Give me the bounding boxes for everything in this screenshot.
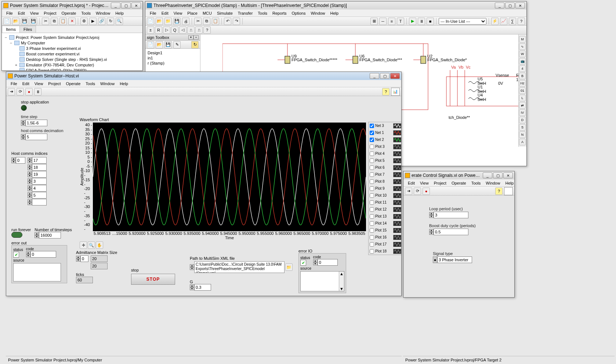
menu-help[interactable]: Help [503,180,516,186]
place-wire-icon[interactable]: ─ [379,18,387,25]
legend-item[interactable]: Plot 18 [369,248,401,255]
new-design-icon[interactable]: 📄 [147,41,154,48]
place-text-icon[interactable]: T [397,18,404,25]
menu-file[interactable]: File [4,10,15,16]
menu-tools[interactable]: Tools [79,10,93,16]
grapher-icon[interactable]: 📈 [500,18,507,25]
host-comms-decimation-input[interactable]: ▲▼ [21,134,76,140]
browse-icon[interactable]: 📁 [285,263,293,271]
menu-operate[interactable]: Operate [449,180,468,186]
tree-item[interactable]: −My Computer [4,40,140,46]
postproc-icon[interactable]: ∑ [509,18,516,25]
save-design-icon[interactable]: 💾 [164,41,172,48]
maximize-button[interactable]: ▢ [121,3,131,8]
close-button[interactable]: ✕ [515,3,525,8]
menu-project[interactable]: Project [41,10,58,16]
refresh-design-icon[interactable]: ↻ [191,41,199,48]
help-icon[interactable]: ? [495,188,503,195]
num-timesteps-input[interactable]: ▲▼ [35,232,72,239]
tab-files[interactable]: Files [19,26,36,33]
titlebar[interactable]: Power System Simulator--Host.vi _ ▢ ✕ [6,72,401,80]
legend-item[interactable]: Plot 3 [369,143,401,150]
titlebar[interactable]: ThreePhaseInverter_SPICEmodel (Stamp) - … [145,1,526,10]
plot-legend[interactable]: Net 3Net 1Net 2Plot 3Plot 4Plot 5Plot 6P… [368,122,401,255]
index-cell[interactable]: ▲▼ [28,171,47,178]
misc-icon[interactable]: ? [203,26,211,34]
cursor-icon[interactable]: ✛ [80,241,87,249]
build-icon[interactable]: ⚙ [80,18,88,25]
design-item[interactable]: in1 [147,55,199,61]
run-forever-toggle[interactable] [11,232,22,238]
design-item[interactable]: r (Stamp) [147,61,199,66]
source-icon[interactable]: ± [147,26,154,34]
menu-file[interactable]: File [148,10,159,16]
tab-items[interactable]: Items [2,26,20,33]
tree-item[interactable]: Desktop Solver (Single step - RHS Simple… [4,57,140,62]
save-all-icon[interactable]: 💾 [30,18,37,25]
menu-window[interactable]: Window [483,180,502,186]
run-icon[interactable]: ▶ [409,18,416,25]
menu-tools[interactable]: Tools [469,180,483,186]
print-icon[interactable]: 🖨 [182,18,189,25]
menu-project[interactable]: Project [432,180,449,186]
wattmeter-icon[interactable]: W [519,51,526,57]
find-icon[interactable]: 🔍 [116,18,123,25]
path-input[interactable]: C:\Users\Public\Doc...\Circuit Design Su… [194,261,285,273]
index-cell[interactable]: ▲▼ [28,157,47,164]
scope-icon[interactable]: 📺 [519,58,526,65]
cmos-icon[interactable]: ⎍ [195,26,203,34]
legend-item[interactable]: Plot 6 [369,164,401,171]
stop-icon[interactable]: ■ [427,18,434,25]
stop-application-led[interactable] [21,105,27,111]
g-input[interactable]: ▲▼ [190,284,293,291]
menu-edit[interactable]: Edit [159,10,171,16]
menu-help[interactable]: Help [117,81,130,87]
menu-view[interactable]: View [171,10,185,16]
cut-icon[interactable]: ✂ [194,18,202,25]
spec-icon[interactable]: S [519,124,526,131]
close-button[interactable]: ✕ [390,73,400,79]
menu-operate[interactable]: Operate [59,10,79,16]
freq-icon[interactable]: Hz [519,80,526,87]
menu-edit[interactable]: Edit [20,81,32,87]
menu-edit[interactable]: Edit [16,10,27,16]
run-icon[interactable]: ➔ [8,88,15,95]
paste-icon[interactable]: 📋 [212,18,219,25]
menu-file[interactable]: File [8,81,19,87]
save-icon[interactable]: 💾 [21,18,28,25]
maximize-button[interactable]: ▢ [493,172,503,178]
undo-icon[interactable]: ↶ [224,18,231,25]
logic-conv-icon[interactable]: ⇄ [519,102,526,109]
save-icon[interactable]: 💾 [173,18,181,25]
4ch-scope-icon[interactable]: 4 [519,65,526,72]
project-tree[interactable]: −Project: Power System Simulator Project… [2,33,142,70]
menu-window[interactable]: Window [308,10,327,16]
open-sample-icon[interactable]: 📁 [164,18,172,25]
admittance-outer-index[interactable]: ▲▼ [76,255,88,262]
legend-item[interactable]: Plot 4 [369,150,401,157]
legend-item[interactable]: Net 3 [369,122,401,129]
menu-transfer[interactable]: Transfer [236,10,255,16]
redo-icon[interactable]: ↷ [233,18,240,25]
legend-item[interactable]: Plot 13 [369,213,401,220]
place-component-icon[interactable]: ⊞ [370,18,378,25]
legend-item[interactable]: Plot 11 [369,199,401,206]
menu-window[interactable]: Window [94,10,112,16]
multimeter-icon[interactable]: M [519,36,526,43]
menu-help[interactable]: Help [113,10,126,16]
zoom-icon[interactable]: 🔍 [88,241,95,249]
tree-item[interactable]: +Emulator (PXI-7854R, Dev Computer) [4,62,140,68]
legend-item[interactable]: Plot 8 [369,178,401,185]
diode-icon[interactable]: ▷ [163,26,170,34]
basic-icon[interactable]: R [155,26,162,34]
legend-item[interactable]: Plot 7 [369,171,401,178]
legend-item[interactable]: Net 1 [369,129,401,136]
abort-icon[interactable]: ● [423,188,430,195]
pan-icon[interactable]: ✋ [96,241,103,249]
legend-item[interactable]: Plot 9 [369,185,401,192]
pause-icon[interactable]: ⏸ [34,88,41,95]
iv-icon[interactable]: IV [519,109,526,116]
loop-period-input[interactable]: ▲▼ [429,212,507,218]
boost-duty-input[interactable]: ▲▼ [429,229,507,235]
run-icon[interactable]: ➔ [405,188,412,195]
